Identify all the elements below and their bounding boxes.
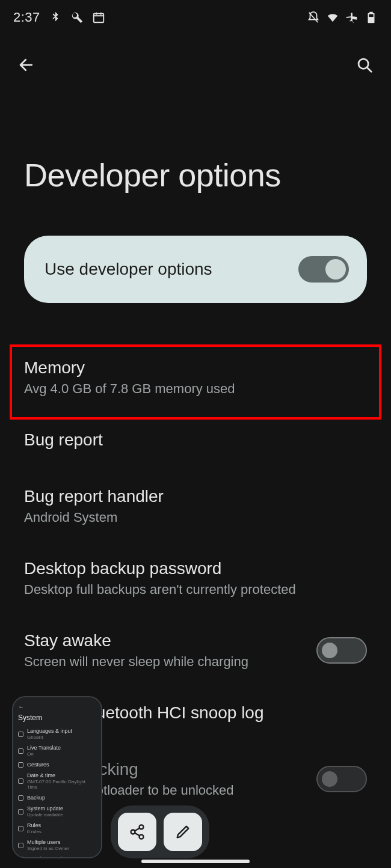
stay-awake-switch[interactable]: [316, 637, 367, 664]
item-title: Memory: [24, 358, 367, 377]
bug-report-handler-item[interactable]: Bug report handler Android System: [0, 466, 391, 539]
dnd-icon: [307, 11, 320, 24]
calendar-icon: [92, 11, 105, 24]
desktop-backup-item[interactable]: Desktop backup password Desktop full bac…: [0, 539, 391, 611]
status-left: 2:37: [13, 10, 105, 25]
status-right: [307, 11, 378, 24]
svg-point-2: [359, 59, 368, 69]
screenshot-actions: [111, 805, 209, 858]
svg-rect-1: [369, 14, 373, 17]
item-title: Bug report: [24, 430, 367, 450]
memory-item[interactable]: Memory Avg 4.0 GB of 7.8 GB memory used: [0, 345, 391, 410]
master-toggle-switch[interactable]: [298, 256, 349, 283]
screenshot-overlay: ← System Languages & inputGboard Live Tr…: [0, 696, 391, 858]
battery-icon: [365, 11, 378, 24]
thumb-back-icon: ←: [18, 703, 96, 710]
bug-report-item[interactable]: Bug report: [0, 410, 391, 466]
item-title: Desktop backup password: [24, 559, 367, 578]
screenshot-thumbnail[interactable]: ← System Languages & inputGboard Live Tr…: [12, 696, 102, 858]
stay-awake-item[interactable]: Stay awake Screen will never sleep while…: [0, 611, 391, 683]
item-title: Bug report handler: [24, 487, 367, 506]
bluetooth-icon: [49, 11, 62, 24]
share-button[interactable]: [118, 813, 156, 851]
item-subtitle: Android System: [24, 510, 367, 525]
wifi-icon: [326, 11, 339, 24]
wrench-icon: [70, 11, 84, 24]
item-subtitle: Screen will never sleep while charging: [24, 654, 304, 670]
search-button[interactable]: [351, 52, 378, 78]
item-title: Stay awake: [24, 631, 304, 650]
thumb-section: System: [18, 714, 96, 722]
item-subtitle: Desktop full backups aren't currently pr…: [24, 582, 367, 598]
edit-button[interactable]: [164, 813, 202, 851]
svg-rect-0: [94, 14, 104, 23]
back-button[interactable]: [13, 52, 40, 78]
master-toggle-label: Use developer options: [45, 260, 212, 279]
status-bar: 2:37: [0, 0, 391, 28]
page-title: Developer options: [0, 78, 391, 194]
airplane-icon: [345, 11, 359, 24]
app-bar: [0, 28, 391, 78]
status-time: 2:37: [13, 10, 40, 25]
android-nav-bar[interactable]: [141, 860, 250, 863]
master-toggle-card[interactable]: Use developer options: [24, 236, 367, 303]
item-subtitle: Avg 4.0 GB of 7.8 GB memory used: [24, 381, 367, 397]
